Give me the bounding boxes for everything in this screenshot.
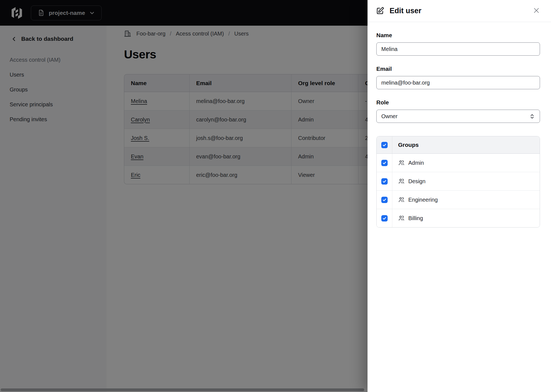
chevron-up-down-icon [529, 113, 535, 119]
group-row-design: Design [377, 172, 540, 191]
groups-panel: Groups Admin [376, 136, 540, 228]
drawer-title: Edit user [390, 7, 422, 15]
groups-panel-header: Groups [377, 136, 540, 154]
edit-user-drawer: Edit user Name Melina Email melina@foo-b… [368, 0, 551, 392]
users-group-icon [398, 178, 405, 185]
name-field-label: Name [376, 31, 540, 39]
groups-list: Admin Design [377, 154, 540, 227]
groups-panel-title: Groups [398, 136, 419, 153]
name-field-value: Melina [381, 46, 398, 52]
users-group-icon [398, 215, 405, 221]
group-label: Billing [408, 215, 423, 221]
users-group-icon [398, 196, 405, 203]
group-checkbox-cell [377, 172, 392, 190]
name-field[interactable]: Melina [376, 42, 540, 56]
drawer-body: Name Melina Email melina@foo-bar.org Rol… [368, 31, 551, 228]
edit-icon [376, 7, 384, 15]
users-group-icon [398, 159, 405, 166]
app-root: project-name Back to dashboard Access co… [0, 0, 551, 392]
group-label: Admin [408, 160, 424, 166]
role-select[interactable]: Owner [376, 110, 540, 123]
email-field[interactable]: melina@foo-bar.org [376, 76, 540, 89]
group-checkbox[interactable] [381, 215, 388, 221]
role-select-value: Owner [381, 113, 398, 120]
role-field-label: Role [376, 99, 540, 106]
drawer-header: Edit user [368, 0, 551, 22]
group-row-engineering: Engineering [377, 191, 540, 209]
group-label: Design [408, 178, 425, 185]
group-label: Engineering [408, 197, 438, 203]
group-checkbox[interactable] [381, 197, 388, 203]
group-row-billing: Billing [377, 209, 540, 227]
close-icon[interactable] [532, 7, 541, 15]
group-checkbox[interactable] [381, 178, 388, 185]
group-checkbox-cell [377, 191, 392, 209]
group-row-admin: Admin [377, 154, 540, 172]
groups-select-all-cell [377, 136, 392, 153]
email-field-label: Email [376, 65, 540, 72]
group-checkbox-cell [377, 154, 392, 172]
select-all-checkbox[interactable] [381, 142, 388, 148]
group-checkbox-cell [377, 209, 392, 227]
modal-scrim [0, 0, 368, 392]
email-field-value: melina@foo-bar.org [381, 80, 430, 86]
group-checkbox[interactable] [381, 160, 388, 166]
